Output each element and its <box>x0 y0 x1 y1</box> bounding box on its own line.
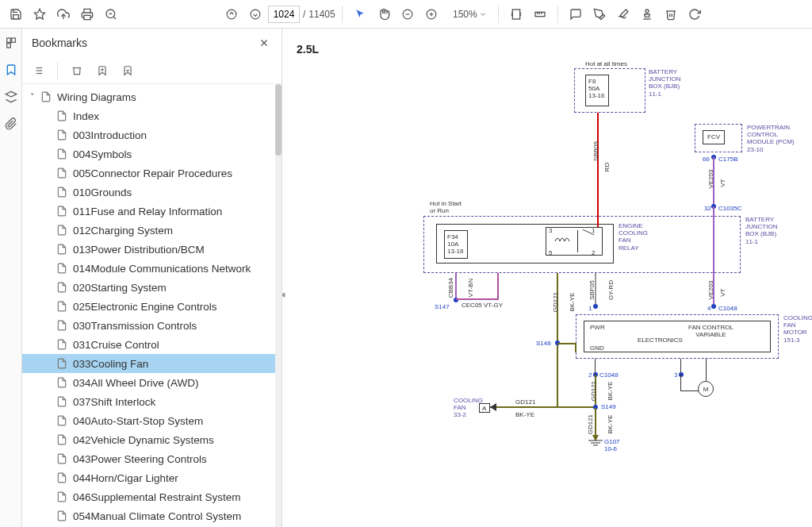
bookmark-item[interactable]: 004Symbols <box>22 144 282 163</box>
ruler-icon[interactable] <box>529 3 551 25</box>
bookmark-item[interactable]: 010Grounds <box>22 183 282 202</box>
pwr-label: PWR <box>590 324 605 331</box>
page-icon <box>56 186 68 198</box>
bookmark-item[interactable]: 044Horn/Cigar Lighter <box>22 468 282 487</box>
wire-ve203b <box>713 206 714 273</box>
relay-label: ENGINE COOLING FAN RELAY <box>619 222 648 252</box>
comment-icon[interactable] <box>565 3 587 25</box>
zoom-in-icon[interactable] <box>420 3 442 25</box>
star-icon[interactable] <box>29 3 51 25</box>
bookmark-item[interactable]: 030Transmission Controls <box>22 316 282 335</box>
bookmark-label: 040Auto-Start-Stop System <box>73 415 203 427</box>
bookmark-label: 012Charging System <box>73 225 173 237</box>
redo-icon[interactable] <box>684 3 706 25</box>
bookmark-item[interactable]: 011Fuse and Relay Information <box>22 202 282 221</box>
bookmark-item[interactable]: 033Cooling Fan <box>22 354 282 373</box>
zoom-out-icon[interactable] <box>396 3 419 25</box>
sign-icon[interactable] <box>612 3 634 25</box>
bookmark-tree[interactable]: ˅Wiring Diagrams Index003Introduction004… <box>22 84 282 527</box>
page-up-icon[interactable] <box>220 3 243 25</box>
page-icon <box>56 471 68 484</box>
page-down-icon[interactable] <box>244 3 266 25</box>
bookmark-label: 033Cooling Fan <box>73 358 148 370</box>
page-icon <box>56 281 68 294</box>
svg-line-3 <box>113 17 116 19</box>
page-icon <box>56 167 68 179</box>
pointer-icon[interactable] <box>349 3 371 25</box>
add-bookmark-icon[interactable] <box>94 63 110 79</box>
hand-icon[interactable] <box>373 3 395 25</box>
svg-marker-21 <box>6 91 16 97</box>
bookmark-item[interactable]: 031Cruise Control <box>22 335 282 354</box>
bookmark-item[interactable]: 025Electronic Engine Controls <box>22 297 282 316</box>
page-icon <box>56 414 68 427</box>
bookmark-root[interactable]: ˅Wiring Diagrams <box>22 87 282 106</box>
s147: S147 <box>435 303 450 310</box>
bookmark-item[interactable]: 046Supplemental Restraint System <box>22 487 282 506</box>
bookmark-item[interactable]: 054Manual Climate Control System <box>22 506 282 525</box>
bookmark-item[interactable]: Index <box>22 106 282 125</box>
bookmark-label: 020Starting System <box>73 282 167 294</box>
s148: S148 <box>536 340 551 347</box>
svg-marker-0 <box>34 9 44 19</box>
bookmark-item[interactable]: 034All Wheel Drive (AWD) <box>22 373 282 392</box>
save-icon[interactable] <box>5 3 27 25</box>
bookmark-label: 025Electronic Engine Controls <box>73 301 217 313</box>
svg-rect-19 <box>6 44 10 48</box>
cloud-upload-icon[interactable] <box>52 3 75 25</box>
page-indicator: / 11405 <box>268 6 335 23</box>
svg-point-5 <box>227 10 236 19</box>
bookmark-item[interactable]: 003Introduction <box>22 125 282 144</box>
search-minus-icon[interactable] <box>100 3 122 25</box>
pin3b: 3 <box>674 371 677 379</box>
bookmark-label: 031Cruise Control <box>73 339 159 351</box>
bookmark-item[interactable]: 040Auto-Start-Stop System <box>22 411 282 430</box>
svg-rect-20 <box>11 38 15 42</box>
bookmark-item[interactable]: 012Charging System <box>22 221 282 240</box>
ground-symbol-icon <box>588 440 603 448</box>
vtbn: VT-BN <box>467 279 474 298</box>
page-icon <box>56 129 68 141</box>
bkye-b: BK-YE <box>607 382 614 401</box>
trash-icon[interactable] <box>660 3 682 25</box>
page-icon <box>56 357 68 370</box>
bookmarks-icon[interactable] <box>3 62 19 78</box>
page-icon <box>56 224 68 237</box>
bookmark-label: 046Supplemental Restraint System <box>73 491 241 503</box>
diagram-title: 2.5L <box>297 43 798 56</box>
bookmark-item[interactable]: 043Power Steering Controls <box>22 449 282 468</box>
hot-all-label: Hot at all times <box>585 60 627 67</box>
print-icon[interactable] <box>76 3 98 25</box>
fit-width-icon[interactable] <box>505 3 527 25</box>
scrollbar-thumb[interactable] <box>275 84 282 156</box>
layers-icon[interactable] <box>3 89 19 105</box>
relay-pin3: 3 <box>549 227 552 234</box>
page-icon <box>56 243 68 256</box>
bookmark-item[interactable]: 013Power Distribution/BCM <box>22 240 282 259</box>
bookmark-item[interactable]: 014Module Communications Network <box>22 259 282 278</box>
bookmark-item[interactable]: 042Vehicle Dynamic Systems <box>22 430 282 449</box>
page-icon <box>40 90 52 103</box>
bookmark-label: 013Power Distribution/BCM <box>73 244 205 256</box>
page-current-input[interactable] <box>268 6 300 23</box>
stamp-icon[interactable] <box>636 3 658 25</box>
bookmark-item[interactable]: 005Connector Repair Procedures <box>22 163 282 183</box>
zoom-indicator[interactable]: 150% <box>449 9 487 20</box>
delete-bookmark-icon[interactable] <box>69 63 85 79</box>
bookmark-item[interactable]: 037Shift Interlock <box>22 392 282 411</box>
highlight-icon[interactable] <box>588 3 611 25</box>
cfm-label: COOLING FAN MOTOR 151-3 <box>783 314 812 344</box>
bkye-c: BK-YE <box>515 411 534 418</box>
bookmark-item[interactable]: 020Starting System <box>22 278 282 297</box>
page-icon <box>56 148 68 160</box>
chevron-down-icon[interactable]: ˅ <box>27 92 38 102</box>
pin1b: 1 <box>588 305 592 312</box>
thumbnails-icon[interactable] <box>3 35 19 51</box>
bookmark-label: 037Shift Interlock <box>73 396 155 408</box>
f34-label: F34 10A 13-18 <box>447 233 463 256</box>
options-icon[interactable] <box>30 63 46 79</box>
close-icon[interactable] <box>256 35 272 51</box>
attachments-icon[interactable] <box>3 116 19 132</box>
expand-bookmarks-icon[interactable] <box>120 63 136 79</box>
bkye-a: BK-YE <box>569 293 576 312</box>
